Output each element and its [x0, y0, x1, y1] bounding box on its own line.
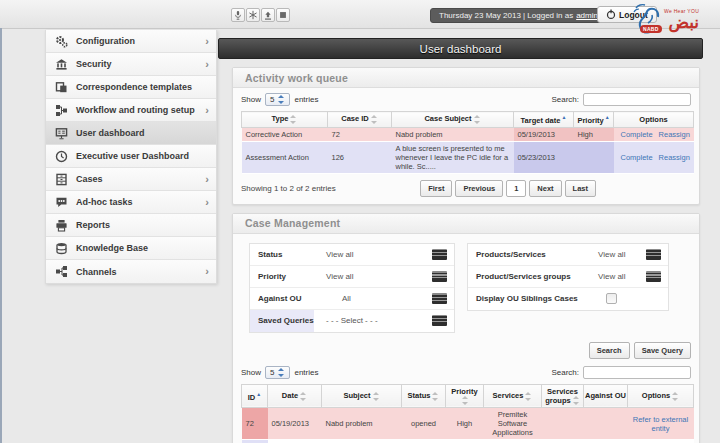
page-size-select[interactable]: 5: [265, 93, 290, 106]
cell-options: Refer to external entity: [628, 440, 694, 443]
chevron-right-icon: ›: [205, 105, 216, 116]
list-dropdown-icon[interactable]: [432, 271, 447, 282]
column-header-options[interactable]: Options: [628, 384, 694, 408]
sidebar-item-label: Channels: [76, 267, 117, 277]
filter-label: Saved Queries: [250, 310, 314, 332]
cell-options: CompleteReassign: [614, 127, 694, 141]
sidebar-item-cases[interactable]: Cases ›: [46, 168, 216, 191]
cases-table: ID▲ Date Subject Status Priority Service…: [241, 384, 694, 443]
sidebar-menu: Configuration › Security › Correspondenc…: [45, 30, 217, 284]
sidebar-item-reports[interactable]: Reports: [46, 214, 216, 237]
column-header-case-id[interactable]: Case ID: [328, 112, 392, 128]
cell-options: Refer to external entity: [628, 408, 694, 440]
sidebar-item-knowledge-base[interactable]: Knowledge Base: [46, 237, 216, 260]
upload-button[interactable]: [261, 8, 275, 22]
last-page-button[interactable]: Last: [565, 180, 596, 197]
logo-arabic-text: نبض: [664, 14, 699, 32]
list-dropdown-icon[interactable]: [646, 271, 661, 282]
previous-page-button[interactable]: Previous: [455, 180, 503, 197]
reassign-link[interactable]: Reassign: [659, 153, 690, 162]
search-button[interactable]: Search: [589, 342, 630, 359]
refer-external-entity-link[interactable]: Refer to external entity: [633, 415, 688, 433]
column-header-target-date[interactable]: Target date▲: [514, 112, 574, 128]
table-row: Assessment Action 126 A blue screen is p…: [242, 141, 694, 173]
column-header-status[interactable]: Status: [402, 384, 446, 408]
microphone-button[interactable]: [231, 8, 245, 22]
cell-priority: [446, 440, 484, 443]
column-header-options[interactable]: Options: [614, 112, 694, 128]
column-header-against-ou[interactable]: Against OU: [584, 384, 628, 408]
cell-priority: High: [574, 127, 614, 141]
sidebar-item-label: User dashboard: [76, 128, 145, 138]
activity-search-input[interactable]: [583, 93, 691, 106]
filters-right-column: Products/Services View all Product/Servi…: [467, 243, 669, 311]
sidebar-item-adhoc-tasks[interactable]: Ad-hoc tasks ›: [46, 191, 216, 214]
show-label: Show: [241, 368, 261, 377]
list-dropdown-icon[interactable]: [432, 249, 447, 260]
column-header-type[interactable]: Type: [242, 112, 328, 128]
gears-icon: [46, 35, 76, 48]
next-page-button[interactable]: Next: [529, 180, 561, 197]
cell-priority: [574, 141, 614, 173]
save-query-button[interactable]: Save Query: [634, 342, 691, 359]
cell-type: Assessment Action: [242, 141, 328, 173]
table-row: 72 05/19/2013 Nabd problem opened High P…: [242, 408, 694, 440]
column-header-id[interactable]: ID▲: [242, 384, 268, 408]
sidebar-item-security[interactable]: Security ›: [46, 53, 216, 76]
filter-product-services-groups: Product/Services groups View all: [468, 266, 668, 288]
stop-button[interactable]: [276, 8, 290, 22]
admin-user-link[interactable]: admin: [576, 11, 598, 20]
cell-target-date: 05/23/2013: [514, 141, 574, 173]
page-number-button[interactable]: 1: [506, 180, 526, 197]
column-header-priority[interactable]: Priority: [446, 384, 484, 408]
cell-id: [242, 440, 268, 443]
sidebar-item-label: Workflow and routing setup: [76, 105, 195, 115]
filter-value: View all: [326, 250, 353, 259]
list-dropdown-icon[interactable]: [646, 249, 661, 260]
column-header-subject[interactable]: Subject: [322, 384, 402, 408]
chevron-right-icon: ›: [205, 266, 216, 277]
column-header-services-groups[interactable]: Services groups: [542, 384, 584, 408]
stop-square-icon: [278, 10, 288, 20]
sidebar-item-label: Ad-hoc tasks: [76, 197, 133, 207]
sidebar-item-channels[interactable]: Channels ›: [46, 260, 216, 283]
column-header-case-subject[interactable]: Case Subject: [392, 112, 514, 128]
settings-button[interactable]: [246, 8, 260, 22]
filter-value: View all: [598, 250, 625, 259]
search-label: Search:: [551, 368, 579, 377]
cell-against-ou: [584, 440, 628, 443]
column-header-date[interactable]: Date: [268, 384, 322, 408]
case-filters: Status View all Priority View all Agains…: [233, 234, 699, 335]
complete-link[interactable]: Complete: [621, 153, 653, 162]
cell-id: 72: [242, 408, 268, 440]
session-text: Thursday 23 May 2013 | Logged in as: [439, 11, 573, 20]
cell-type: Corrective Action: [242, 127, 328, 141]
column-header-priority[interactable]: Priority▲: [574, 112, 614, 128]
sidebar-item-workflow-routing[interactable]: Workflow and routing setup ›: [46, 99, 216, 122]
sidebar-item-user-dashboard[interactable]: User dashboard: [46, 122, 216, 145]
filter-value: View all: [326, 272, 353, 281]
column-header-services[interactable]: Services: [484, 384, 542, 408]
reassign-link[interactable]: Reassign: [659, 130, 690, 139]
page-size-select[interactable]: 5: [265, 366, 290, 379]
sort-asc-icon: ▲: [256, 391, 261, 397]
sidebar-item-executive-dashboard[interactable]: Executive user Dashboard: [46, 145, 216, 168]
share-nodes-icon: [46, 265, 76, 278]
display-ou-siblings-checkbox[interactable]: [606, 293, 617, 304]
page-size-control: Show 5 entries: [241, 366, 318, 379]
sidebar-item-correspondence-templates[interactable]: Correspondence templates: [46, 76, 216, 99]
first-page-button[interactable]: First: [420, 180, 452, 197]
sidebar-item-configuration[interactable]: Configuration ›: [46, 30, 216, 53]
sidebar-item-label: Configuration: [76, 36, 135, 46]
activity-table: Type Case ID Case Subject Target date▲ P…: [241, 111, 694, 174]
cases-search-input[interactable]: [583, 366, 691, 379]
entries-label: entries: [294, 95, 318, 104]
complete-link[interactable]: Complete: [621, 130, 653, 139]
filter-label: Priority: [250, 266, 314, 287]
chevron-right-icon: ›: [205, 36, 216, 47]
cell-case-id: 126: [328, 141, 392, 173]
cell-subject: Nabd problem: [392, 127, 514, 141]
list-dropdown-icon[interactable]: [432, 293, 447, 304]
list-dropdown-icon[interactable]: [432, 315, 447, 326]
upload-arrow-icon: [263, 10, 273, 21]
